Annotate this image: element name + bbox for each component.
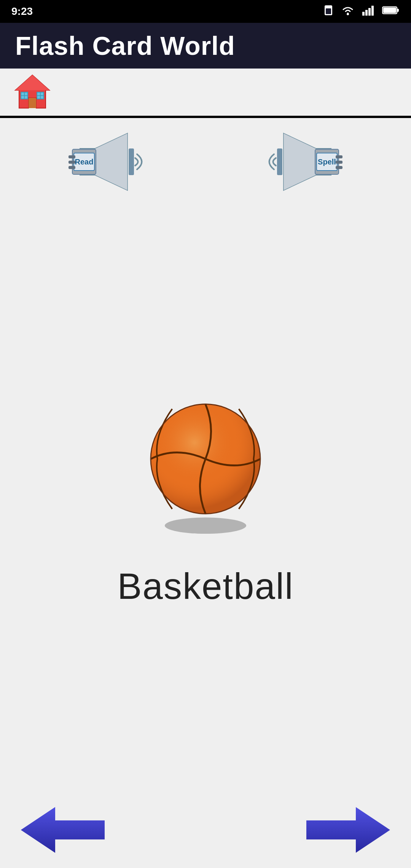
basketball-image bbox=[137, 398, 274, 535]
svg-rect-3 bbox=[362, 12, 365, 16]
home-icon bbox=[13, 73, 51, 111]
bottom-nav bbox=[0, 792, 411, 868]
svg-point-2 bbox=[347, 13, 349, 15]
spell-button[interactable]: Spell bbox=[206, 118, 411, 206]
forward-button[interactable] bbox=[301, 801, 396, 858]
back-button[interactable] bbox=[15, 801, 110, 858]
svg-rect-25 bbox=[68, 155, 75, 158]
main-content: Read Spell bbox=[0, 118, 411, 792]
app-title: Flash Card World bbox=[15, 31, 235, 61]
svg-rect-36 bbox=[336, 166, 342, 169]
svg-marker-11 bbox=[15, 75, 49, 90]
svg-rect-24 bbox=[129, 148, 134, 175]
status-time: 9:23 bbox=[11, 5, 33, 18]
home-bar bbox=[0, 69, 411, 118]
flash-card-area: Basketball bbox=[0, 206, 411, 792]
svg-point-37 bbox=[165, 517, 246, 534]
status-bar: 9:23 bbox=[0, 0, 411, 23]
sim-icon bbox=[323, 5, 334, 19]
forward-arrow-icon bbox=[303, 803, 394, 857]
svg-rect-6 bbox=[371, 6, 374, 16]
battery-icon bbox=[382, 5, 400, 18]
flash-card-word: Basketball bbox=[118, 565, 294, 607]
svg-marker-42 bbox=[21, 807, 105, 853]
read-button[interactable]: Read bbox=[0, 118, 206, 206]
title-bar: Flash Card World bbox=[0, 23, 411, 69]
signal-icon bbox=[362, 5, 375, 18]
svg-marker-29 bbox=[284, 133, 316, 190]
status-icons bbox=[323, 5, 400, 19]
svg-rect-1 bbox=[326, 8, 331, 14]
svg-marker-43 bbox=[306, 807, 390, 853]
svg-marker-20 bbox=[95, 133, 127, 190]
home-button[interactable] bbox=[11, 71, 53, 113]
svg-rect-12 bbox=[29, 98, 36, 108]
svg-rect-9 bbox=[383, 8, 396, 13]
svg-rect-4 bbox=[365, 10, 368, 16]
top-buttons: Read Spell bbox=[0, 118, 411, 206]
svg-rect-33 bbox=[277, 148, 282, 175]
svg-text:Spell: Spell bbox=[318, 158, 336, 166]
svg-rect-35 bbox=[336, 161, 342, 164]
svg-rect-5 bbox=[368, 8, 371, 16]
svg-rect-26 bbox=[68, 161, 75, 164]
wifi-icon bbox=[341, 5, 355, 18]
svg-rect-27 bbox=[68, 166, 75, 169]
svg-rect-34 bbox=[336, 155, 342, 158]
svg-text:Read: Read bbox=[75, 158, 94, 166]
read-megaphone-icon: Read bbox=[57, 126, 148, 198]
back-arrow-icon bbox=[17, 803, 108, 857]
svg-rect-8 bbox=[397, 9, 399, 12]
spell-megaphone-icon: Spell bbox=[263, 126, 354, 198]
basketball-svg bbox=[141, 398, 270, 535]
